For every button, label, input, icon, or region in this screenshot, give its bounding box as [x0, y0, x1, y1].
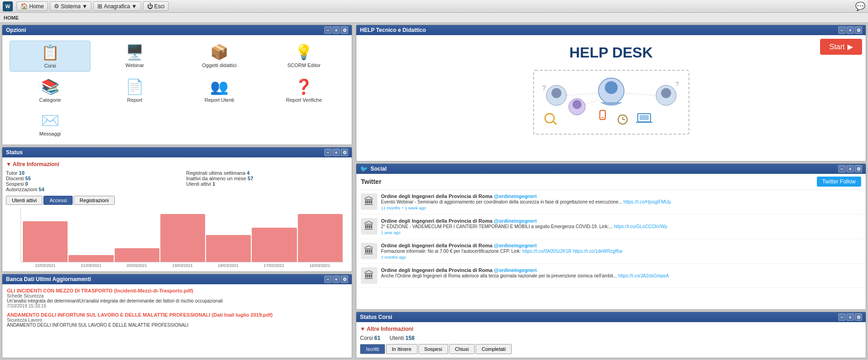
tweet-1-content: Ordine degli Ingegneri della Provincia d… — [381, 193, 861, 210]
oggetti-icon: 📦 — [210, 43, 228, 61]
tweet-4-link[interactable]: https://t.co/JA2obGmpeA — [618, 273, 669, 278]
tweet-3-link1[interactable]: https://t.co/0A055z2K1R — [522, 249, 572, 254]
twitter-follow-button[interactable]: Twitter Follow — [817, 177, 861, 187]
status-minimize[interactable]: − — [324, 149, 332, 156]
tweet-4-content: Ordine degli Ingegneri della Provincia d… — [381, 267, 861, 284]
svg-line-22 — [624, 93, 656, 95]
tweet-1-handle[interactable]: @ordineingegneri — [494, 193, 537, 199]
status-controls: − + ⚙ — [324, 149, 348, 156]
bancadati-minimize[interactable]: − — [324, 276, 332, 283]
opzioni-expand[interactable]: + — [333, 26, 340, 34]
report-icon: 📄 — [126, 78, 144, 95]
chart-tabs: Utenti attivi Accessi Registrazioni — [6, 196, 348, 205]
social-expand[interactable]: + — [847, 165, 854, 172]
bd-category-1: Schede Sicurezza — [7, 293, 347, 298]
chart-x-label: 19/03/2021 — [159, 263, 205, 268]
chart-bar — [206, 235, 251, 262]
opzione-messaggi[interactable]: ✉️ Messaggi — [10, 109, 90, 139]
bd-category-2: Sicurezza Lavoro — [7, 318, 347, 323]
tweet-3-handle[interactable]: @ordineingegneri — [494, 243, 537, 248]
social-minimize[interactable]: − — [838, 165, 846, 172]
chart-bar — [252, 228, 296, 262]
tweet-1-link[interactable]: https://t.co/HjssgtFMUp — [624, 199, 671, 204]
tweet-3-link2[interactable]: https://t.co/1deWRzgf6w — [573, 249, 622, 254]
sc-section-title: ▼ Altre Informazioni — [360, 326, 862, 332]
stat-utenti-attivi: Utenti attivi 1 — [186, 181, 349, 187]
tweet-4-avatar: 🏛 — [361, 267, 377, 284]
opzione-report-verifiche[interactable]: ❓ Report Verifiche — [264, 75, 344, 105]
helpdesk-expand[interactable]: + — [847, 26, 854, 34]
opzione-webinar[interactable]: 🖥️ Webinar — [94, 41, 175, 72]
messaggi-icon: ✉️ — [41, 112, 59, 129]
tweet-3-time: 3 months ago — [381, 255, 861, 260]
opzione-corsi[interactable]: 📋 Corsi — [10, 41, 90, 72]
home-button[interactable]: 🏠 Home — [16, 1, 48, 11]
svg-point-2 — [605, 81, 618, 94]
helpdesk-title: HELP Tecnico e Didattico — [360, 27, 838, 33]
helpdesk-settings[interactable]: ⚙ — [855, 26, 862, 34]
twitter-header-row: Twitter Twitter Follow — [356, 174, 866, 190]
sistema-button[interactable]: ⚙ Sistema ▼ — [50, 1, 91, 11]
tweet-2-handle[interactable]: @ordineingegneri — [494, 218, 537, 224]
opzioni-minimize[interactable]: − — [324, 26, 332, 34]
tweet-4-handle[interactable]: @ordineingegneri — [494, 267, 537, 273]
social-controls: − + ⚙ — [838, 165, 862, 172]
tweet-3-author: Ordine degli Ingegneri della Provincia d… — [381, 243, 861, 248]
opzione-categorie[interactable]: 📚 Categorie — [10, 75, 90, 105]
opzione-report[interactable]: 📄 Report — [94, 75, 175, 105]
status-title: Status — [6, 149, 324, 156]
messaggi-label: Messaggi — [39, 131, 61, 136]
esci-button[interactable]: ⏻ Esci — [143, 1, 169, 11]
tweet-2-link[interactable]: https://t.co/GLoCCCbVWp — [614, 224, 667, 229]
tab-registrazioni[interactable]: Registrazioni — [74, 196, 115, 205]
anagrafica-button[interactable]: ⊞ Anagrafica ▼ — [93, 1, 141, 11]
social-settings[interactable]: ⚙ — [855, 165, 862, 172]
tweet-3-avatar: 🏛 — [361, 243, 377, 259]
status-expand[interactable]: + — [333, 149, 340, 156]
bd-title-2[interactable]: ANDAMENTO DEGLI INFORTUNI SUL LAVORO E D… — [7, 312, 347, 318]
opzione-report-utenti[interactable]: 👥 Report Utenti — [179, 75, 260, 105]
tweet-4-text: Anche l'Ordine degli Ingegneri di Roma a… — [381, 273, 861, 279]
statuscorsi-settings[interactable]: ⚙ — [855, 313, 862, 321]
status-panel: Status − + ⚙ ▼ Altre Informazioni Tutor … — [2, 147, 352, 272]
tweet-2-time: 1 year ago — [381, 230, 861, 235]
sc-tab-chiusi[interactable]: Chiusi — [449, 344, 475, 354]
statuscorsi-minimize[interactable]: − — [838, 313, 846, 321]
tab-accessi[interactable]: Accessi — [43, 196, 73, 205]
svg-point-9 — [545, 114, 554, 123]
left-column: Opzioni − + ⚙ 📋 Corsi 🖥️ Webinar — [0, 23, 354, 360]
bancadati-panel: Banca Dati Ultimi Aggiornamenti − + ⚙ GL… — [2, 274, 352, 358]
opzione-scorm[interactable]: 💡 SCORM Editor — [264, 41, 344, 72]
sistema-icon: ⚙ — [54, 3, 59, 10]
tweet-4: 🏛 Ordine degli Ingegneri della Provincia… — [356, 264, 866, 288]
sc-tab-iscritti[interactable]: Iscritti — [360, 344, 385, 354]
sc-tab-sospesi[interactable]: Sospesi — [418, 344, 448, 354]
status-left-col: Tutor 10 Discenti 55 Sospesi 0 Autorizza… — [6, 170, 168, 192]
opzioni-settings[interactable]: ⚙ — [341, 26, 348, 34]
anagrafica-label: Anagrafica — [104, 3, 130, 10]
bancadati-expand[interactable]: + — [333, 276, 340, 283]
svg-line-10 — [553, 121, 556, 125]
sc-tab-completati[interactable]: Completati — [476, 344, 512, 354]
categorie-icon: 📚 — [41, 78, 59, 95]
opzioni-title: Opzioni — [6, 27, 324, 33]
social-body: Twitter Twitter Follow 🏛 Ordine degli In… — [356, 174, 866, 309]
opzione-oggetti[interactable]: 📦 Oggetti didattici — [179, 41, 260, 72]
chat-icon[interactable]: 💬 — [855, 1, 865, 11]
helpdesk-start-label: Start — [829, 43, 845, 51]
opzioni-panel: Opzioni − + ⚙ 📋 Corsi 🖥️ Webinar — [2, 25, 352, 145]
helpdesk-start-button[interactable]: Start ▶ — [820, 39, 862, 55]
svg-point-4 — [551, 88, 561, 98]
report-verifiche-icon: ❓ — [295, 78, 313, 95]
bancadati-settings[interactable]: ⚙ — [341, 276, 348, 283]
bd-title-1[interactable]: GLI INCIDENTI CON MEZZO DI TRASPORTO (In… — [7, 288, 347, 293]
tab-utenti-attivi[interactable]: Utenti attivi — [6, 196, 42, 205]
svg-line-21 — [567, 93, 598, 95]
sc-tabs: Iscritti In Itinere Sospesi Chiusi Compl… — [360, 344, 862, 354]
anagrafica-icon: ⊞ — [97, 3, 102, 10]
statuscorsi-expand[interactable]: + — [847, 313, 854, 321]
helpdesk-minimize[interactable]: − — [838, 26, 846, 34]
status-settings[interactable]: ⚙ — [341, 149, 348, 156]
sc-tab-initinere[interactable]: In Itinere — [386, 344, 418, 354]
svg-rect-17 — [600, 110, 605, 120]
